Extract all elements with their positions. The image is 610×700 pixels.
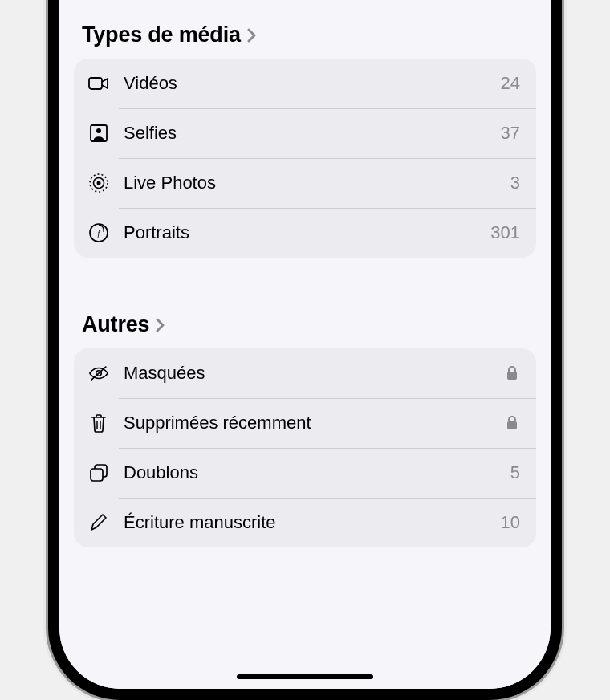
row-label: Portraits — [124, 222, 476, 243]
chevron-right-icon — [247, 28, 257, 43]
row-duplicates[interactable]: Doublons 5 — [74, 448, 536, 498]
svg-point-5 — [97, 181, 101, 185]
others-card: Masquées — [74, 348, 536, 547]
lock-icon — [504, 365, 520, 381]
person-square-icon — [88, 123, 109, 144]
row-videos[interactable]: Vidéos 24 — [74, 59, 536, 108]
row-count: 3 — [510, 173, 520, 193]
row-label: Vidéos — [124, 73, 486, 94]
row-handwriting[interactable]: Écriture manuscrite 10 — [74, 498, 536, 547]
others-title: Autres — [82, 312, 149, 337]
row-count: 24 — [501, 73, 520, 94]
phone-frame: Types de média Vidéos 24 — [48, 0, 562, 700]
live-photo-icon — [88, 173, 109, 193]
svg-rect-13 — [507, 421, 517, 429]
lock-icon — [504, 415, 520, 431]
row-label: Masquées — [124, 363, 490, 384]
pencil-icon — [88, 512, 109, 533]
media-types-title: Types de média — [82, 22, 241, 47]
row-count: 37 — [501, 123, 520, 144]
eye-slash-icon — [88, 363, 109, 384]
video-camera-icon — [88, 73, 109, 94]
row-count: 10 — [501, 512, 520, 533]
row-portraits[interactable]: f Portraits 301 — [74, 208, 536, 258]
svg-text:f: f — [98, 229, 101, 238]
home-indicator[interactable] — [237, 674, 373, 679]
square-on-square-icon — [88, 462, 109, 483]
media-types-card: Vidéos 24 Selfies 37 — [74, 59, 536, 258]
row-selfies[interactable]: Selfies 37 — [74, 108, 536, 158]
chevron-right-icon — [156, 318, 165, 332]
svg-rect-14 — [91, 469, 103, 481]
row-count: 5 — [510, 462, 520, 483]
row-recently-deleted[interactable]: Supprimées récemment — [74, 398, 536, 448]
row-label: Selfies — [124, 123, 486, 144]
media-types-header[interactable]: Types de média — [74, 0, 536, 59]
svg-rect-0 — [89, 78, 102, 89]
screen-content: Types de média Vidéos 24 — [59, 0, 551, 689]
svg-rect-10 — [507, 372, 517, 380]
others-header[interactable]: Autres — [74, 290, 536, 348]
row-label: Live Photos — [124, 173, 496, 193]
row-live-photos[interactable]: Live Photos 3 — [74, 158, 536, 208]
svg-point-2 — [96, 128, 101, 133]
trash-icon — [88, 413, 109, 433]
row-label: Doublons — [124, 462, 496, 483]
row-count: 301 — [490, 222, 520, 243]
row-label: Écriture manuscrite — [124, 512, 486, 533]
row-hidden[interactable]: Masquées — [74, 348, 536, 398]
row-label: Supprimées récemment — [124, 413, 490, 433]
aperture-icon: f — [88, 222, 109, 243]
